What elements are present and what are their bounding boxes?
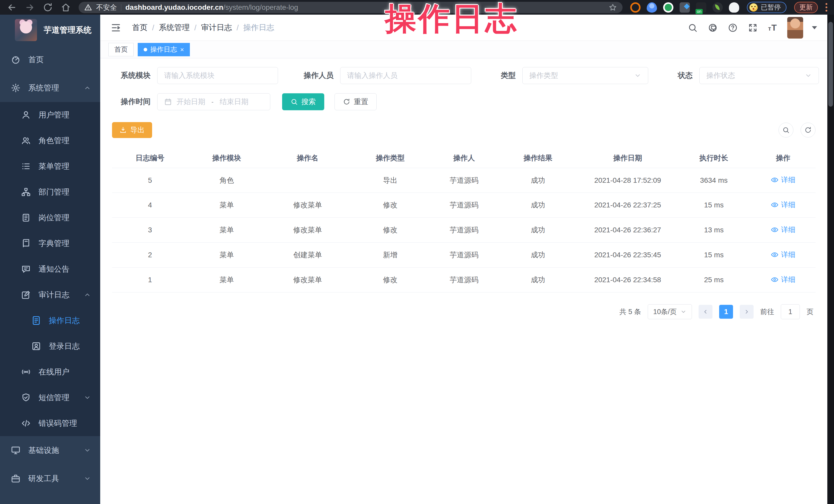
sidebar-item-online-users[interactable]: 在线用户 bbox=[0, 359, 100, 385]
badge-icon bbox=[21, 213, 31, 223]
sidebar-item-label: 在线用户 bbox=[39, 367, 69, 377]
sidebar-item-label: 登录日志 bbox=[49, 341, 80, 352]
range-separator: - bbox=[212, 98, 214, 105]
cell-duration: 15 ms bbox=[677, 201, 751, 209]
green-circle-extension-icon[interactable] bbox=[663, 2, 674, 13]
sidebar-item-role[interactable]: 角色管理 bbox=[0, 128, 100, 153]
help-icon[interactable] bbox=[728, 23, 738, 32]
sidebar-item-label: 操作日志 bbox=[49, 315, 80, 326]
scrollbar-thumb[interactable] bbox=[828, 22, 833, 107]
detail-link[interactable]: 详细 bbox=[771, 250, 795, 260]
security-label: 不安全 bbox=[96, 3, 117, 12]
search-button[interactable]: 搜索 bbox=[282, 93, 324, 110]
date-range-picker[interactable]: 开始日期 - 结束日期 bbox=[157, 93, 270, 110]
search-button-label: 搜索 bbox=[301, 97, 316, 107]
font-size-icon[interactable]: тT bbox=[768, 23, 777, 32]
sidebar-item-operate-log[interactable]: 操作日志 bbox=[0, 308, 100, 333]
sidebar-item-system[interactable]: 系统管理 bbox=[0, 74, 100, 102]
bookmark-star-icon[interactable] bbox=[609, 3, 617, 12]
sidebar-item-label: 短信管理 bbox=[39, 392, 69, 403]
page-size-select[interactable]: 10条/页 bbox=[648, 304, 692, 319]
browser-update-button[interactable]: 更新 bbox=[794, 2, 818, 13]
breadcrumb-separator: / bbox=[194, 23, 196, 32]
avatar-caret-down-icon[interactable] bbox=[812, 26, 817, 29]
tag-operate-log[interactable]: 操作日志 × bbox=[138, 43, 190, 56]
sidebar-item-notice[interactable]: 通知公告 bbox=[0, 256, 100, 282]
address-bar[interactable]: 不安全 dashboard.yudao.iocoder.cn/system/lo… bbox=[79, 2, 622, 13]
forward-icon[interactable] bbox=[25, 2, 35, 13]
cell-actions: 详细 bbox=[751, 275, 815, 285]
operator-input[interactable] bbox=[347, 71, 464, 80]
detail-link[interactable]: 详细 bbox=[771, 225, 795, 235]
blue-drop-extension-icon[interactable] bbox=[647, 2, 657, 13]
prev-page-button[interactable] bbox=[699, 305, 712, 319]
emoji-avatar-icon bbox=[749, 3, 758, 12]
sidebar-item-label: 审计日志 bbox=[39, 290, 69, 300]
breadcrumb-item[interactable]: 首页 bbox=[132, 22, 148, 33]
github-icon[interactable] bbox=[708, 23, 718, 32]
module-input[interactable] bbox=[164, 71, 271, 80]
breadcrumb-current: 操作日志 bbox=[243, 22, 274, 33]
sidebar-item-login-log[interactable]: 登录日志 bbox=[0, 333, 100, 359]
sidebar-item-user[interactable]: 用户管理 bbox=[0, 102, 100, 128]
reload-icon[interactable] bbox=[43, 2, 53, 13]
sidebar-item-dept[interactable]: 部门管理 bbox=[0, 179, 100, 205]
fullscreen-icon[interactable] bbox=[748, 23, 758, 32]
sidebar-item-label: 部门管理 bbox=[39, 187, 69, 197]
collapse-sidebar-icon[interactable] bbox=[110, 22, 121, 33]
sidebar-item-dict[interactable]: 字典管理 bbox=[0, 231, 100, 256]
refresh-table-button[interactable] bbox=[800, 123, 815, 137]
sidebar-item-menu[interactable]: 菜单管理 bbox=[0, 153, 100, 179]
switch-on-extension-icon[interactable] bbox=[696, 2, 706, 13]
status-select[interactable]: 操作状态 bbox=[699, 67, 819, 84]
sidebar-item-sms[interactable]: 短信管理 bbox=[0, 385, 100, 411]
cell-actions: 详细 bbox=[751, 225, 815, 236]
browser-menu-icon[interactable] bbox=[826, 3, 827, 12]
green-leaf-extension-icon[interactable] bbox=[712, 2, 723, 13]
cell-duration: 13 ms bbox=[677, 226, 751, 234]
browser-scrollbar[interactable] bbox=[827, 15, 834, 504]
page-size-label: 10条/页 bbox=[653, 307, 677, 316]
current-page-button[interactable]: 1 bbox=[719, 305, 733, 319]
chevron-up-icon bbox=[84, 291, 91, 299]
goto-page-input[interactable] bbox=[781, 304, 800, 319]
detail-link[interactable]: 详细 bbox=[771, 200, 795, 210]
tag-home[interactable]: 首页 bbox=[108, 43, 134, 56]
sidebar-item-devtools[interactable]: 研发工具 bbox=[0, 464, 100, 493]
sidebar-item-infra[interactable]: 基础设施 bbox=[0, 436, 100, 464]
close-tag-icon[interactable]: × bbox=[180, 46, 184, 53]
detail-link[interactable]: 详细 bbox=[771, 175, 795, 185]
back-icon[interactable] bbox=[7, 2, 17, 13]
cell-type: 修改 bbox=[350, 225, 431, 235]
next-page-button[interactable] bbox=[740, 305, 753, 319]
toggle-search-button[interactable] bbox=[778, 123, 793, 137]
users-icon bbox=[21, 136, 31, 146]
extensions-row bbox=[630, 2, 739, 13]
sidebar-item-error-code[interactable]: 错误码管理 bbox=[0, 411, 100, 436]
cell-result: 成功 bbox=[498, 275, 578, 285]
search-icon[interactable] bbox=[688, 23, 698, 32]
sidebar-item-post[interactable]: 岗位管理 bbox=[0, 205, 100, 231]
table-row: 4 菜单 修改菜单 修改 芋道源码 成功 2021-04-26 22:37:25… bbox=[112, 193, 815, 218]
chevron-up-icon bbox=[84, 84, 91, 91]
orange-ring-extension-icon[interactable] bbox=[630, 2, 640, 13]
col-date: 操作日期 bbox=[578, 153, 677, 163]
sidebar-item-home[interactable]: 首页 bbox=[0, 45, 100, 74]
home-icon[interactable] bbox=[61, 2, 71, 13]
detail-link[interactable]: 详细 bbox=[771, 275, 795, 285]
breadcrumb-item[interactable]: 审计日志 bbox=[201, 22, 232, 33]
white-figure-extension-icon[interactable] bbox=[729, 2, 739, 13]
col-type: 操作类型 bbox=[350, 153, 431, 163]
blue-gem-extension-icon[interactable] bbox=[680, 2, 690, 13]
profile-paused-pill[interactable]: 已暂停 bbox=[747, 2, 787, 13]
export-button[interactable]: 导出 bbox=[112, 122, 152, 138]
sidebar-menu: 首页 系统管理 用户管理 角色管理 菜单管理 部门管理 岗位管理 字典管理 通知… bbox=[0, 45, 100, 504]
reset-button[interactable]: 重置 bbox=[334, 93, 377, 110]
audit-log-icon bbox=[21, 290, 31, 300]
type-select[interactable]: 操作类型 bbox=[522, 67, 648, 84]
sidebar-item-audit-log[interactable]: 审计日志 bbox=[0, 282, 100, 308]
breadcrumb-item[interactable]: 系统管理 bbox=[159, 22, 190, 33]
sidebar-logo-row[interactable]: 芋道管理系统 bbox=[0, 15, 100, 45]
user-avatar[interactable] bbox=[787, 17, 803, 39]
sidebar: 芋道管理系统 首页 系统管理 用户管理 角色管理 菜单管理 部门管理 岗位管理 … bbox=[0, 15, 100, 504]
